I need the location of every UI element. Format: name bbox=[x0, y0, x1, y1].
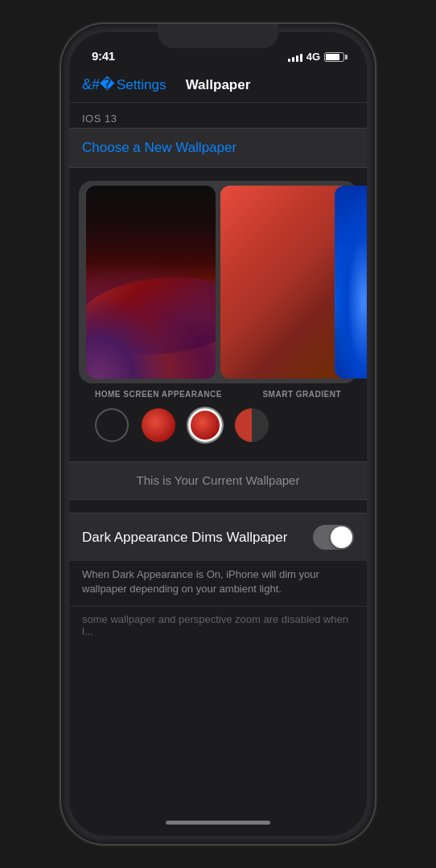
dark-appearance-label: Dark Appearance Dims Wallpaper bbox=[82, 530, 313, 546]
color-circle-red[interactable] bbox=[142, 408, 175, 442]
phone-screen: 9:41 4G &#� Settings Wallpaper bbox=[69, 32, 367, 836]
current-wallpaper-text: This is Your Current Wallpaper bbox=[137, 473, 300, 487]
dark-appearance-toggle[interactable] bbox=[313, 525, 354, 550]
home-screen-preview[interactable] bbox=[220, 186, 350, 379]
scroll-content: IOS 13 Choose a New Wallpaper bbox=[69, 103, 367, 644]
lock-screen-preview[interactable] bbox=[86, 186, 216, 379]
truncated-text-area: some wallpaper and perspective zoom are … bbox=[69, 606, 367, 644]
page-title: Wallpaper bbox=[186, 77, 251, 93]
section-label: IOS 13 bbox=[69, 103, 367, 128]
wave-overlay bbox=[86, 277, 216, 354]
choose-wallpaper-row[interactable]: Choose a New Wallpaper bbox=[69, 128, 367, 168]
back-label: Settings bbox=[117, 77, 166, 93]
wallpaper-previews bbox=[79, 181, 357, 383]
network-label: 4G bbox=[306, 51, 320, 63]
status-icons: 4G bbox=[288, 51, 344, 63]
color-circle-red-selected[interactable] bbox=[188, 408, 222, 442]
home-screen-appearance-label: HOME SCREEN APPEARANCE bbox=[95, 390, 222, 399]
truncated-text: some wallpaper and perspective zoom are … bbox=[82, 613, 354, 637]
content-area: IOS 13 Choose a New Wallpaper bbox=[69, 103, 367, 809]
wallpaper-preview-section: HOME SCREEN APPEARANCE SMART GRADIENT bbox=[69, 168, 367, 461]
color-circles bbox=[79, 402, 357, 452]
color-circle-half[interactable] bbox=[235, 408, 269, 442]
back-button[interactable]: &#� Settings bbox=[82, 77, 166, 93]
toggle-knob bbox=[331, 526, 352, 548]
status-time: 9:41 bbox=[92, 49, 115, 63]
color-circle-black[interactable] bbox=[95, 408, 129, 442]
current-wallpaper-bar: This is Your Current Wallpaper bbox=[69, 461, 367, 500]
battery-icon bbox=[324, 52, 344, 62]
signal-icon bbox=[288, 52, 302, 62]
smart-gradient-label: SMART GRADIENT bbox=[262, 390, 341, 399]
navigation-bar: &#� Settings Wallpaper bbox=[69, 68, 367, 103]
phone-device: 9:41 4G &#� Settings Wallpaper bbox=[61, 24, 375, 844]
description-area: When Dark Appearance is On, iPhone will … bbox=[69, 561, 367, 606]
battery-fill bbox=[326, 54, 339, 60]
description-text: When Dark Appearance is On, iPhone will … bbox=[82, 567, 354, 596]
dark-appearance-toggle-row[interactable]: Dark Appearance Dims Wallpaper bbox=[69, 513, 367, 561]
chevron-left-icon: &#� bbox=[82, 77, 114, 92]
home-indicator bbox=[69, 809, 367, 836]
next-wallpaper-peek bbox=[335, 186, 367, 379]
home-bar bbox=[166, 821, 270, 825]
choose-wallpaper-link[interactable]: Choose a New Wallpaper bbox=[82, 140, 237, 155]
phone-notch bbox=[158, 24, 278, 48]
appearance-labels: HOME SCREEN APPEARANCE SMART GRADIENT bbox=[79, 383, 357, 402]
